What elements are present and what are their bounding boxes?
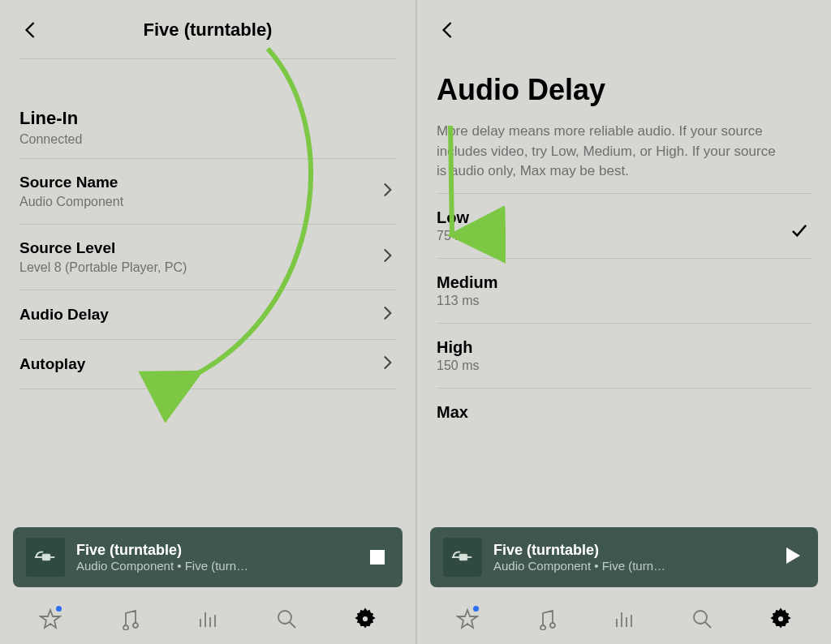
chevron-right-icon — [383, 182, 393, 201]
checkmark-icon — [790, 223, 808, 241]
chevron-right-icon — [383, 354, 393, 374]
search-icon — [691, 608, 713, 630]
stop-button[interactable] — [365, 545, 390, 569]
option-label: Medium — [437, 273, 498, 292]
row-label: Source Level — [19, 239, 187, 257]
now-playing-subtitle: Audio Component • Five (turn… — [76, 559, 354, 573]
svg-point-16 — [694, 611, 707, 624]
nav-music[interactable] — [113, 603, 145, 635]
equalizer-icon — [613, 608, 635, 630]
gear-icon — [354, 608, 377, 630]
now-playing-title: Five (turntable) — [76, 542, 354, 559]
option-label: High — [437, 338, 479, 357]
divider — [19, 389, 396, 389]
row-label: Audio Delay — [19, 306, 109, 324]
option-detail: 150 ms — [437, 358, 479, 373]
nav-search[interactable] — [270, 603, 303, 635]
chevron-left-icon — [441, 21, 455, 39]
now-playing-bar[interactable]: Five (turntable) Audio Component • Five … — [430, 527, 818, 587]
svg-rect-0 — [42, 554, 50, 560]
row-label: Autoplay — [19, 355, 85, 373]
svg-marker-1 — [41, 610, 60, 628]
option-label: Max — [437, 403, 468, 422]
nav-favorites[interactable] — [451, 603, 484, 635]
svg-marker-11 — [458, 610, 477, 628]
now-playing-subtitle: Audio Component • Five (turn… — [493, 559, 769, 573]
row-value: Audio Component — [19, 195, 123, 209]
row-source-name[interactable]: Source Name Audio Component — [19, 159, 396, 224]
now-playing-bar[interactable]: Five (turntable) Audio Component • Five … — [13, 527, 403, 587]
nav-settings[interactable] — [349, 603, 381, 635]
stop-icon — [370, 550, 385, 565]
section-title: Line-In — [19, 108, 396, 129]
bottom-nav — [417, 594, 831, 644]
svg-point-18 — [777, 616, 784, 622]
settings-screen-left: Five (turntable) Line-In Connected Sourc… — [0, 0, 416, 644]
topbar: Five (turntable) — [0, 0, 416, 52]
back-button[interactable] — [432, 14, 464, 46]
nav-rooms[interactable] — [192, 603, 224, 635]
chevron-right-icon — [383, 247, 393, 267]
row-value: Level 8 (Portable Player, PC) — [19, 260, 187, 275]
svg-rect-9 — [459, 554, 467, 560]
nav-rooms[interactable] — [608, 603, 640, 635]
option-medium[interactable]: Medium 113 ms — [437, 259, 812, 323]
option-high[interactable]: High 150 ms — [437, 324, 812, 388]
svg-point-6 — [278, 611, 291, 624]
row-label: Source Name — [19, 174, 123, 191]
option-detail: 75 ms — [437, 229, 472, 243]
svg-line-17 — [705, 622, 711, 628]
svg-point-8 — [362, 616, 368, 622]
play-button[interactable] — [781, 545, 805, 569]
equalizer-icon — [196, 608, 219, 630]
bottom-nav — [0, 594, 416, 644]
search-icon — [275, 608, 298, 630]
play-icon — [785, 547, 801, 568]
option-label: Low — [437, 208, 472, 227]
gear-icon — [769, 608, 792, 630]
page-title: Audio Delay — [437, 73, 812, 107]
nav-music[interactable] — [530, 603, 562, 635]
line-in-icon — [443, 538, 482, 577]
page-title: Five (turntable) — [15, 19, 401, 41]
option-low[interactable]: Low 75 ms — [437, 194, 812, 258]
row-source-level[interactable]: Source Level Level 8 (Portable Player, P… — [19, 225, 396, 290]
chevron-right-icon — [383, 305, 393, 324]
divider — [19, 58, 396, 59]
row-autoplay[interactable]: Autoplay — [19, 340, 396, 389]
nav-favorites[interactable] — [34, 603, 67, 635]
svg-line-7 — [290, 622, 295, 628]
audio-delay-screen-right: Audio Delay More delay means more reliab… — [416, 0, 831, 644]
line-in-icon — [26, 538, 65, 577]
nav-settings[interactable] — [764, 603, 797, 635]
option-detail: 113 ms — [437, 294, 498, 308]
nav-search[interactable] — [686, 603, 718, 635]
music-note-icon — [535, 608, 558, 630]
now-playing-text: Five (turntable) Audio Component • Five … — [76, 542, 354, 573]
row-audio-delay[interactable]: Audio Delay — [19, 290, 396, 339]
music-note-icon — [118, 608, 140, 630]
section-status: Connected — [19, 132, 396, 147]
page-description: More delay means more reliable audio. If… — [437, 122, 786, 182]
now-playing-title: Five (turntable) — [493, 542, 769, 559]
now-playing-text: Five (turntable) Audio Component • Five … — [493, 542, 769, 573]
svg-marker-10 — [786, 547, 800, 564]
option-max[interactable]: Max — [437, 389, 812, 422]
topbar — [417, 0, 831, 52]
